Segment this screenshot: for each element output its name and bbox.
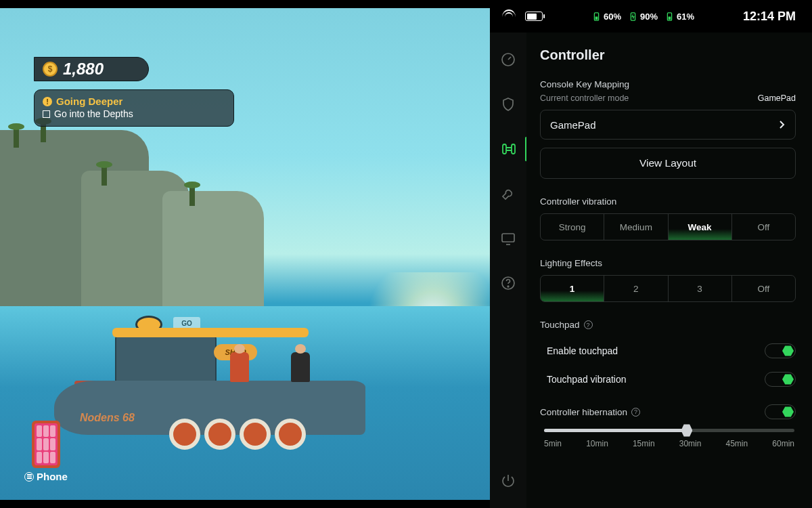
- mode-label: Current controller mode: [540, 93, 629, 103]
- touchpad-vibration-label: Touchpad vibration: [547, 374, 627, 385]
- shield-icon[interactable]: [500, 96, 516, 112]
- panel-title: Controller: [540, 47, 796, 63]
- lighting-segmented: 123Off: [540, 275, 796, 302]
- slider-tick: 15min: [633, 439, 655, 448]
- battery-indicator-charging: 90%: [628, 12, 658, 22]
- enable-touchpad-toggle[interactable]: [765, 343, 796, 358]
- hibernation-toggle[interactable]: [765, 404, 796, 419]
- character[interactable]: [291, 352, 310, 382]
- menu-icon: [24, 472, 34, 482]
- power-icon[interactable]: [500, 473, 516, 489]
- coin-icon: $: [43, 62, 58, 77]
- wrench-icon[interactable]: [500, 186, 516, 202]
- settings-nav-strip: [490, 33, 526, 508]
- segment-option[interactable]: Off: [732, 214, 795, 240]
- touchpad-label: Touchpad: [540, 320, 580, 330]
- tree: [102, 165, 107, 186]
- segment-option[interactable]: 1: [541, 276, 604, 301]
- controller-settings-panel: Controller Console Key Mapping Current c…: [526, 33, 812, 508]
- wifi-icon: [502, 12, 516, 21]
- svg-rect-8: [502, 234, 514, 242]
- segment-option[interactable]: 3: [669, 276, 732, 301]
- life-buoys: [169, 419, 306, 450]
- lighting-label: Lighting Effects: [540, 258, 796, 268]
- segment-option[interactable]: Off: [732, 276, 795, 301]
- phone-label: Phone: [37, 471, 68, 482]
- quest-objective: Go into the Depths: [54, 108, 133, 119]
- slider-thumb[interactable]: [681, 424, 692, 437]
- segment-option[interactable]: Medium: [604, 214, 668, 240]
- slider-tick: 45min: [726, 439, 748, 448]
- svg-rect-7: [512, 144, 515, 154]
- help-icon[interactable]: ?: [584, 320, 593, 329]
- hibernation-slider[interactable]: 5min10min15min30min45min60min: [540, 429, 796, 448]
- svg-point-10: [508, 286, 509, 287]
- mode-value: GamePad: [758, 93, 796, 103]
- segment-option[interactable]: 2: [604, 276, 668, 301]
- checkbox-icon: [43, 110, 50, 118]
- boat-cabin: [115, 335, 217, 382]
- touchpad-vibration-toggle[interactable]: [765, 372, 796, 387]
- gauge-icon[interactable]: [500, 51, 516, 68]
- controller-icon[interactable]: [500, 141, 516, 157]
- alert-icon: !: [43, 97, 52, 106]
- phone-icon: [32, 421, 60, 468]
- help-icon[interactable]: ?: [631, 408, 640, 417]
- vibration-label: Controller vibration: [540, 196, 796, 207]
- terrain: [162, 191, 264, 320]
- system-battery-icon: [525, 12, 543, 21]
- slider-tick: 5min: [544, 439, 562, 448]
- phone-button[interactable]: Phone: [24, 421, 68, 482]
- slider-tick: 10min: [586, 439, 608, 448]
- help-icon[interactable]: [500, 275, 516, 291]
- boat: GO SHOP Nodens 68: [54, 306, 379, 462]
- slider-tick: 30min: [679, 439, 702, 448]
- quest-title: Going Deeper: [56, 96, 122, 107]
- svg-rect-4: [669, 16, 671, 19]
- view-layout-button[interactable]: View Layout: [540, 148, 796, 179]
- character[interactable]: [230, 352, 249, 382]
- boat-name: Nodens 68: [80, 412, 135, 424]
- battery-indicator: 61%: [664, 12, 694, 22]
- game-viewport: $ 1,880 ! Going Deeper Go into the Depth…: [0, 8, 490, 500]
- segment-option[interactable]: Weak: [669, 214, 732, 240]
- battery-indicator: 60%: [591, 12, 621, 22]
- chevron-right-icon: [779, 120, 786, 129]
- keymap-heading: Console Key Mapping: [540, 79, 796, 89]
- display-icon[interactable]: [500, 230, 516, 247]
- hibernation-label: Controller hibernation: [540, 407, 627, 417]
- tree: [189, 186, 195, 206]
- currency-hud: $ 1,880: [34, 57, 149, 81]
- quest-hud: ! Going Deeper Go into the Depths: [34, 89, 234, 127]
- tree: [14, 127, 19, 148]
- slider-tick: 60min: [772, 439, 794, 448]
- svg-rect-1: [595, 16, 598, 19]
- status-bar: 60% 90% 61% 12:14 PM: [490, 0, 812, 33]
- svg-rect-6: [503, 144, 506, 154]
- enable-touchpad-label: Enable touchpad: [547, 345, 618, 356]
- segment-option[interactable]: Strong: [541, 214, 604, 240]
- vibration-segmented: StrongMediumWeakOff: [540, 213, 796, 240]
- mode-selector[interactable]: GamePad: [540, 110, 796, 140]
- controller-batteries: 60% 90% 61%: [591, 12, 694, 22]
- clock: 12:14 PM: [743, 9, 796, 24]
- currency-value: 1,880: [63, 60, 104, 79]
